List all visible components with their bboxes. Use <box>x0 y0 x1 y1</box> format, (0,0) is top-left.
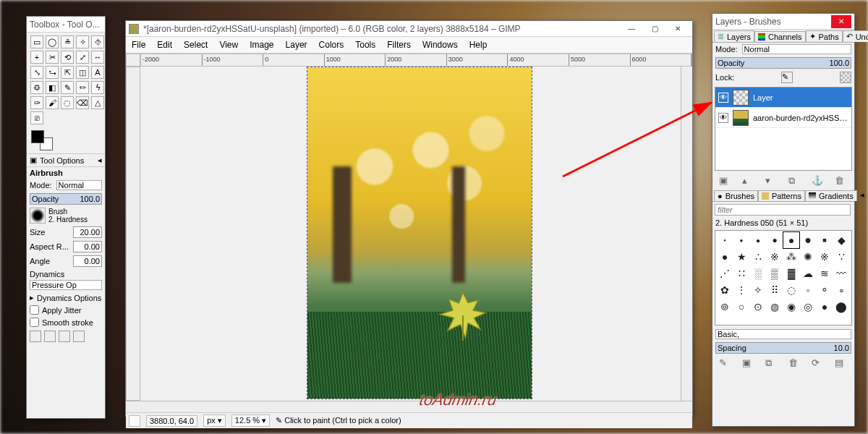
tool-icon-20[interactable]: ✑ <box>30 96 43 109</box>
brush-cell[interactable]: ◦ <box>800 282 816 298</box>
close-button[interactable]: ✕ <box>666 22 689 36</box>
duplicate-layer-button[interactable]: ⧉ <box>788 175 801 187</box>
brush-cell[interactable]: ▒ <box>767 265 783 281</box>
tool-icon-3[interactable]: ✧ <box>76 35 89 48</box>
new-layer-button[interactable]: ▣ <box>719 175 732 187</box>
tab-paths[interactable]: ✦Paths <box>806 30 843 42</box>
restore-preset-button[interactable] <box>44 331 56 342</box>
tool-icon-11[interactable]: ⮑ <box>46 66 59 79</box>
brush-cell[interactable]: ⊙ <box>750 299 766 315</box>
smooth-stroke-checkbox[interactable] <box>30 318 39 327</box>
brush-cell[interactable]: ▪ <box>817 232 833 248</box>
brush-cell[interactable]: ░ <box>750 265 766 281</box>
tab-brushes[interactable]: ●Brushes <box>714 190 758 201</box>
brush-cell[interactable]: ※ <box>817 249 833 265</box>
ruler-vertical[interactable] <box>126 67 140 401</box>
brush-preset-dropdown[interactable]: Basic, <box>715 329 851 339</box>
tool-icon-24[interactable]: △ <box>91 96 104 109</box>
tool-icon-6[interactable]: ✂ <box>46 51 59 64</box>
brush-cell[interactable]: ⋰ <box>717 265 733 281</box>
brush-cell[interactable]: ● <box>783 232 799 248</box>
toolbox-titlebar[interactable]: Toolbox - Tool O... <box>27 17 105 33</box>
tool-icon-21[interactable]: 🖌 <box>46 96 59 109</box>
brush-cell[interactable]: ⚬ <box>817 282 833 298</box>
new-brush-button[interactable]: ▣ <box>742 357 755 369</box>
color-swatches[interactable] <box>27 127 105 153</box>
dock-close-button[interactable]: ✕ <box>831 15 851 28</box>
brush-cell[interactable]: ★ <box>733 249 749 265</box>
dock-titlebar[interactable]: Layers - Brushes ✕ <box>712 14 854 30</box>
tool-icon-7[interactable]: ⟲ <box>61 51 74 64</box>
tool-icon-10[interactable]: ⤡ <box>30 66 43 79</box>
apply-jitter-checkbox[interactable] <box>30 305 39 315</box>
lock-pixels-button[interactable]: ✎ <box>781 72 793 83</box>
angle-field[interactable] <box>73 255 102 267</box>
refresh-brushes-button[interactable]: ⟳ <box>812 357 825 369</box>
brush-cell[interactable]: ◍ <box>767 299 783 315</box>
brush-filter-input[interactable] <box>715 204 851 216</box>
minimize-button[interactable]: — <box>620 22 643 36</box>
unit-dropdown[interactable]: px ▾ <box>203 414 226 427</box>
anchor-layer-button[interactable]: ⚓ <box>812 175 825 187</box>
save-preset-button[interactable] <box>30 331 41 342</box>
brush-cell[interactable]: ● <box>717 232 733 248</box>
visibility-toggle-icon[interactable]: 👁 <box>718 93 728 103</box>
delete-layer-button[interactable]: 🗑 <box>835 175 848 187</box>
tool-icon-14[interactable]: A <box>91 66 104 79</box>
brush-selector[interactable]: Brush 2. Hardness <box>27 206 105 225</box>
layer-down-button[interactable]: ▾ <box>765 175 778 187</box>
layer-opacity-slider[interactable]: Opacity100.0 <box>715 57 851 69</box>
delete-preset-button[interactable] <box>59 331 70 342</box>
brush-cell[interactable]: ⋮ <box>733 282 749 298</box>
layer-mode-dropdown[interactable]: Normal <box>742 44 851 54</box>
layer-up-button[interactable]: ▴ <box>742 175 755 187</box>
tool-icon-19[interactable]: ϟ <box>91 81 104 94</box>
brush-cell[interactable]: ※ <box>767 249 783 265</box>
brush-cell[interactable]: ◎ <box>800 299 816 315</box>
tool-icon-9[interactable]: ↔ <box>91 51 104 64</box>
tool-icon-17[interactable]: ✎ <box>61 81 74 94</box>
brush-cell[interactable]: ⠿ <box>767 282 783 298</box>
menu-image[interactable]: Image <box>248 38 275 51</box>
menu-colors[interactable]: Colors <box>318 38 346 51</box>
brush-cell[interactable]: ∘ <box>833 282 849 298</box>
brush-cell[interactable]: ∵ <box>833 249 849 265</box>
tool-icon-12[interactable]: ⇱ <box>61 66 74 79</box>
brush-cell[interactable]: ☁ <box>800 265 816 281</box>
tool-icon-2[interactable]: ≗ <box>61 35 74 48</box>
dynamics-options-expander[interactable]: ▸Dynamics Options <box>27 292 105 304</box>
opacity-slider[interactable]: Opacity 100.0 <box>30 193 102 205</box>
brush-cell[interactable]: ≋ <box>817 265 833 281</box>
tab-channels[interactable]: Channels <box>754 31 805 42</box>
aspect-field[interactable] <box>73 241 102 252</box>
brush-cell[interactable]: ✧ <box>750 282 766 298</box>
fg-color-swatch[interactable] <box>31 130 44 143</box>
layers-list[interactable]: 👁Layer👁aaron-burden-rd2yxHSSatU-unspla <box>715 87 852 171</box>
tool-icon-23[interactable]: ⌫ <box>76 96 89 109</box>
scrollbar-vertical[interactable] <box>681 67 692 401</box>
menu-select[interactable]: Select <box>182 38 209 51</box>
tool-icon-18[interactable]: ✏ <box>76 81 89 94</box>
image-canvas[interactable] <box>307 67 532 399</box>
brush-cell[interactable]: ∴ <box>750 249 766 265</box>
layer-row[interactable]: 👁Layer <box>715 88 851 108</box>
ruler-horizontal[interactable]: -2000-10000100020003000400050006000 <box>140 54 692 67</box>
menu-view[interactable]: View <box>218 38 239 51</box>
brush-cell[interactable]: ● <box>750 232 766 248</box>
spacing-slider[interactable]: Spacing10.0 <box>715 342 851 354</box>
menu-edit[interactable]: Edit <box>156 38 174 51</box>
brush-cell[interactable]: ◌ <box>783 282 799 298</box>
brush-cell[interactable]: ✿ <box>717 282 733 298</box>
tool-icon-25[interactable]: ⎚ <box>30 111 43 124</box>
tab-undo[interactable]: ↶Undo <box>843 30 868 42</box>
image-titlebar[interactable]: *[aaron-burden-rd2yxHSSatU-unsplash] (im… <box>126 21 692 37</box>
tab-patterns[interactable]: Patterns <box>758 190 805 201</box>
brush-cell[interactable]: 〰 <box>833 265 849 281</box>
tool-icon-0[interactable]: ▭ <box>30 35 43 48</box>
brush-tab-menu-icon[interactable]: ◂ <box>857 189 867 201</box>
mode-dropdown[interactable]: Normal <box>56 180 102 190</box>
brush-cell[interactable]: ● <box>717 249 733 265</box>
brush-cell[interactable]: ● <box>817 299 833 315</box>
tool-icon-22[interactable]: ◌ <box>61 96 74 109</box>
tool-icon-5[interactable]: + <box>30 51 43 64</box>
